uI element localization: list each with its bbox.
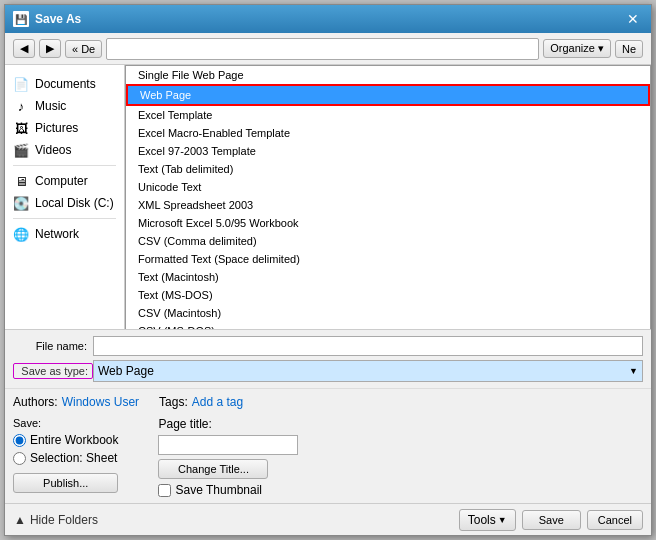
sidebar-item-videos[interactable]: 🎬 Videos xyxy=(5,139,124,161)
bottom-area: File name: Save as type: Web Page ▼ xyxy=(5,329,651,388)
save-as-dialog: 💾 Save As ✕ ◀ ▶ « De Organize ▾ Ne 📄 Doc… xyxy=(4,4,652,536)
hide-folders-button[interactable]: ▲ Hide Folders xyxy=(13,512,99,528)
dropdown-item-text-tab[interactable]: Text (Tab delimited) xyxy=(126,160,650,178)
organize-button[interactable]: Organize ▾ xyxy=(543,39,611,58)
dialog-icon: 💾 xyxy=(13,11,29,27)
dialog-title: Save As xyxy=(35,12,81,26)
page-title-section: Page title: Change Title... Save Thumbna… xyxy=(158,417,298,497)
computer-icon: 🖥 xyxy=(13,173,29,189)
documents-icon: 📄 xyxy=(13,76,29,92)
address-bar[interactable] xyxy=(106,38,539,60)
dropdown-item-web-page[interactable]: Web Page xyxy=(126,84,650,106)
dropdown-item-single-file-web-page[interactable]: Single File Web Page xyxy=(126,66,650,84)
title-bar-left: 💾 Save As xyxy=(13,11,81,27)
cancel-button[interactable]: Cancel xyxy=(587,510,643,530)
title-bar: 💾 Save As ✕ xyxy=(5,5,651,33)
sidebar-item-network[interactable]: 🌐 Network xyxy=(5,223,124,245)
dropdown-item-unicode-text[interactable]: Unicode Text xyxy=(126,178,650,196)
sidebar-item-label: Music xyxy=(35,99,66,113)
tools-button[interactable]: Tools ▼ xyxy=(459,509,516,531)
save-thumbnail-label: Save Thumbnail xyxy=(175,483,262,497)
forward-button[interactable]: ▶ xyxy=(39,39,61,58)
publish-button[interactable]: Publish... xyxy=(13,473,118,493)
sidebar: 📄 Documents ♪ Music 🖼 Pictures 🎬 Videos … xyxy=(5,65,125,329)
tags-label: Tags: xyxy=(159,395,188,409)
extra-options: Authors: Windows User Tags: Add a tag Sa… xyxy=(5,388,651,503)
toolbar: ◀ ▶ « De Organize ▾ Ne xyxy=(5,33,651,65)
selection-sheet-label: Selection: Sheet xyxy=(30,451,117,465)
content-area: 📄 Documents ♪ Music 🖼 Pictures 🎬 Videos … xyxy=(5,65,651,329)
sidebar-item-label: Videos xyxy=(35,143,71,157)
authors-label: Authors: xyxy=(13,395,58,409)
sidebar-item-pictures[interactable]: 🖼 Pictures xyxy=(5,117,124,139)
sidebar-item-music[interactable]: ♪ Music xyxy=(5,95,124,117)
savetype-label: Save as type: xyxy=(13,363,93,379)
dropdown-item-text-msdos[interactable]: Text (MS-DOS) xyxy=(126,286,650,304)
pictures-icon: 🖼 xyxy=(13,120,29,136)
save-thumbnail-row: Save Thumbnail xyxy=(158,483,298,497)
dropdown-item-csv-macintosh[interactable]: CSV (Macintosh) xyxy=(126,304,650,322)
dropdown-item-formatted-text[interactable]: Formatted Text (Space delimited) xyxy=(126,250,650,268)
sidebar-item-label: Pictures xyxy=(35,121,78,135)
music-icon: ♪ xyxy=(13,98,29,114)
dropdown-item-csv-msdos[interactable]: CSV (MS-DOS) xyxy=(126,322,650,329)
filename-input[interactable] xyxy=(93,336,643,356)
page-title-label: Page title: xyxy=(158,417,298,431)
tags-value[interactable]: Add a tag xyxy=(192,395,243,409)
dropdown-item-csv-comma[interactable]: CSV (Comma delimited) xyxy=(126,232,650,250)
entire-workbook-row: Entire Workbook xyxy=(13,433,118,447)
entire-workbook-label: Entire Workbook xyxy=(30,433,118,447)
savetype-value: Web Page xyxy=(98,364,154,378)
save-label: Save: xyxy=(13,417,118,429)
hide-folders-icon: ▲ xyxy=(14,513,26,527)
main-area: Single File Web PageWeb PageExcel Templa… xyxy=(125,65,651,329)
sidebar-item-local-disk[interactable]: 💽 Local Disk (C:) xyxy=(5,192,124,214)
sidebar-item-label: Local Disk (C:) xyxy=(35,196,114,210)
authors-section: Authors: Windows User xyxy=(13,395,139,409)
filename-row: File name: xyxy=(13,336,643,356)
save-thumbnail-checkbox[interactable] xyxy=(158,484,171,497)
entire-workbook-radio[interactable] xyxy=(13,434,26,447)
sidebar-divider xyxy=(13,165,116,166)
selection-sheet-row: Selection: Sheet xyxy=(13,451,118,465)
file-type-dropdown[interactable]: Single File Web PageWeb PageExcel Templa… xyxy=(125,65,651,329)
savetype-row: Save as type: Web Page ▼ xyxy=(13,360,643,382)
local-disk-icon: 💽 xyxy=(13,195,29,211)
tags-section: Tags: Add a tag xyxy=(159,395,243,409)
new-folder-button[interactable]: Ne xyxy=(615,40,643,58)
footer-left: ▲ Hide Folders xyxy=(13,512,99,528)
savetype-select[interactable]: Web Page ▼ xyxy=(93,360,643,382)
filename-label: File name: xyxy=(13,340,93,352)
dropdown-item-excel-97-2003[interactable]: Excel 97-2003 Template xyxy=(126,142,650,160)
sidebar-item-label: Network xyxy=(35,227,79,241)
up-button[interactable]: « De xyxy=(65,40,102,58)
dropdown-item-excel-template[interactable]: Excel Template xyxy=(126,106,650,124)
selection-sheet-radio[interactable] xyxy=(13,452,26,465)
sidebar-item-computer[interactable]: 🖥 Computer xyxy=(5,170,124,192)
save-options-row: Save: Entire Workbook Selection: Sheet P… xyxy=(13,417,643,497)
hide-folders-label: Hide Folders xyxy=(30,513,98,527)
footer-right: Tools ▼ Save Cancel xyxy=(459,509,643,531)
dropdown-item-excel-5095[interactable]: Microsoft Excel 5.0/95 Workbook xyxy=(126,214,650,232)
dropdown-item-xml-spreadsheet[interactable]: XML Spreadsheet 2003 xyxy=(126,196,650,214)
network-icon: 🌐 xyxy=(13,226,29,242)
save-button[interactable]: Save xyxy=(522,510,581,530)
authors-tags-row: Authors: Windows User Tags: Add a tag xyxy=(13,395,643,409)
close-button[interactable]: ✕ xyxy=(623,11,643,27)
dropdown-item-text-macintosh[interactable]: Text (Macintosh) xyxy=(126,268,650,286)
authors-value[interactable]: Windows User xyxy=(62,395,139,409)
back-button[interactable]: ◀ xyxy=(13,39,35,58)
sidebar-item-label: Computer xyxy=(35,174,88,188)
save-scope: Save: Entire Workbook Selection: Sheet P… xyxy=(13,417,118,493)
videos-icon: 🎬 xyxy=(13,142,29,158)
sidebar-divider-2 xyxy=(13,218,116,219)
dropdown-arrow-icon: ▼ xyxy=(629,366,638,376)
dropdown-item-excel-macro[interactable]: Excel Macro-Enabled Template xyxy=(126,124,650,142)
tools-label: Tools xyxy=(468,513,496,527)
footer-bar: ▲ Hide Folders Tools ▼ Save Cancel xyxy=(5,503,651,535)
sidebar-item-label: Documents xyxy=(35,77,96,91)
page-title-input[interactable] xyxy=(158,435,298,455)
sidebar-item-documents[interactable]: 📄 Documents xyxy=(5,73,124,95)
change-title-button[interactable]: Change Title... xyxy=(158,459,268,479)
tools-arrow-icon: ▼ xyxy=(498,515,507,525)
